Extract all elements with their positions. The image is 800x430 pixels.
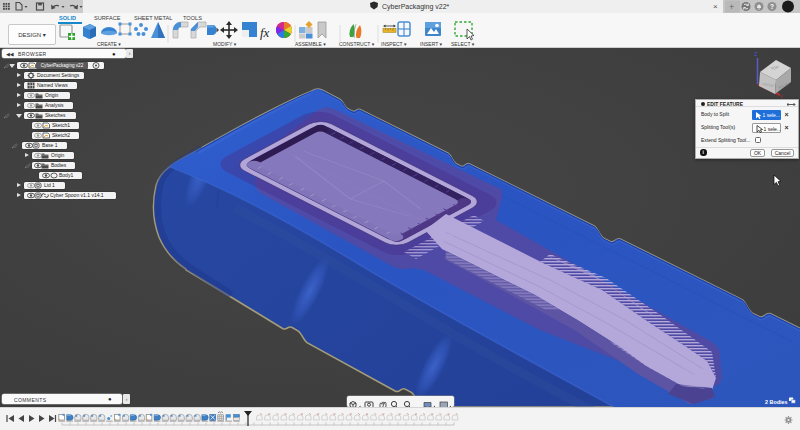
svg-text:CyberPackaging v22*: CyberPackaging v22* [382,3,450,11]
svg-text:×: × [713,2,718,11]
svg-text:?: ? [770,3,774,10]
svg-text:2 Bodies: 2 Bodies [765,399,787,405]
svg-text:+: + [729,2,734,12]
svg-text:1 sele...: 1 sele... [764,126,782,132]
svg-text:fx: fx [260,25,270,40]
svg-text:1 sele...: 1 sele... [763,112,781,118]
